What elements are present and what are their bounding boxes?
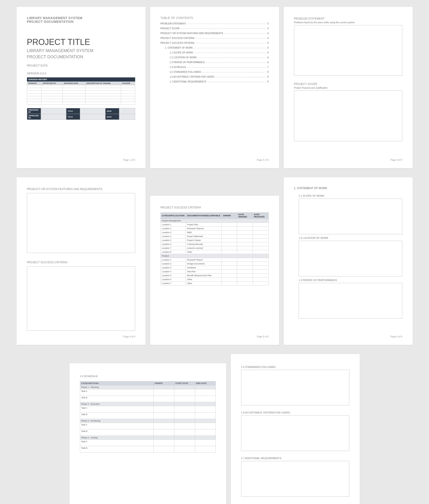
cell-empty — [195, 413, 215, 419]
date-value-2 — [119, 114, 135, 120]
project-date-label: PROJECT DATE: — [27, 64, 135, 67]
vh-col-version: VERSION — [27, 81, 41, 85]
cell-empty — [174, 402, 195, 406]
cell-empty — [153, 419, 174, 423]
phase-name: Phase 2 - Execution — [80, 402, 153, 406]
standards-heading: 1.5 STANDARDS FOLLOWED — [241, 366, 349, 368]
toc-page-number: 6 — [267, 61, 269, 63]
cell-empty — [222, 246, 237, 250]
cell-location: Location 4 — [161, 270, 186, 274]
cell-empty — [195, 440, 215, 446]
cell-empty — [195, 446, 215, 453]
toc-dots — [194, 53, 267, 53]
success-criteria-box — [27, 266, 135, 331]
doc-header-1: LIBRARY MANAGEMENT SYSTEM — [27, 16, 135, 20]
toc-label: 1.6 ACCEPTANCE CRITERIA FOR USERS — [170, 76, 214, 78]
toc-list: PROBLEM STATEMENT3PROJECT SCOPE3PRODUCT … — [161, 22, 269, 85]
task-name: Task B — [80, 413, 153, 419]
criteria-heading: PROJECT SUCCESS CRITERIA — [161, 206, 269, 209]
task-row: Task B — [80, 396, 215, 402]
table-row — [27, 99, 135, 102]
toc-dots — [215, 77, 267, 77]
table-row: Location 3Hardware — [161, 266, 268, 270]
date-label-2: DATE — [105, 114, 119, 120]
cell-empty — [153, 436, 174, 440]
cell-empty — [222, 250, 237, 254]
table-row: Location 8Other — [161, 250, 268, 254]
task-row: Task B — [80, 413, 215, 419]
cell-empty — [237, 223, 253, 227]
col-start: START DATE — [174, 381, 195, 385]
cell-empty — [222, 278, 237, 281]
cell-empty — [222, 274, 237, 278]
toc-item: 1.4 SCHEDULE7 — [161, 66, 269, 68]
approved-by-value — [41, 114, 66, 120]
toc-dots — [202, 72, 267, 72]
table-row: Location 1Project Plan — [161, 223, 268, 227]
schedule-heading: 1.4 SCHEDULE — [80, 375, 216, 378]
cell-empty — [153, 429, 174, 436]
date-label-1: DATE — [105, 108, 119, 114]
cell-empty — [222, 281, 237, 285]
criteria-table: CATEGORY/LOCATION DOCUMENTATION/DELIVERA… — [161, 212, 269, 285]
cell-empty — [153, 406, 174, 413]
task-row: Task A — [80, 423, 215, 429]
table-row — [27, 96, 135, 99]
cell-empty — [237, 242, 253, 246]
doc-header-2: PROJECT DOCUMENTATION — [27, 20, 135, 24]
toc-dots — [195, 43, 267, 43]
col-owner: OWNER — [153, 381, 174, 385]
cell-location: Location 7 — [161, 281, 186, 285]
table-row: Location 2Research Reports — [161, 227, 268, 231]
task-name: Task B — [80, 429, 153, 436]
table-group-row: Product — [161, 254, 268, 258]
cell-empty — [195, 429, 215, 436]
cell-location: Location 2 — [161, 227, 186, 231]
signoff-table: PREPARED BY TITLE DATE APPROVED BY TITLE… — [27, 108, 135, 120]
success-criteria-heading: PROJECT SUCCESS CRITERIA — [27, 261, 135, 264]
col-task: CATEGORY/TASK — [80, 381, 153, 385]
cell-empty — [253, 262, 268, 266]
cell-empty — [253, 270, 268, 274]
table-row: Location 7Other — [161, 281, 268, 285]
cell-deliverable: Research Report — [186, 258, 222, 262]
cell-empty — [222, 270, 237, 274]
cell-empty — [253, 250, 268, 254]
table-row: Location 4Scope Statement — [161, 234, 268, 238]
phase-name: Phase 1 - Planning — [80, 385, 153, 389]
cell-empty — [174, 389, 195, 396]
table-row: Location 3WBS — [161, 231, 268, 234]
cell-empty — [237, 227, 253, 231]
toc-dots — [224, 33, 267, 34]
cell-empty — [253, 238, 268, 242]
problem-statement-sub: Problems faced by the users while using … — [294, 21, 402, 24]
acceptance-heading: 1.6 ACCEPTANCE CRITERIA FOR USERS — [241, 411, 349, 414]
cell-empty — [237, 238, 253, 242]
cell-deliverable: Design Documents — [186, 262, 222, 266]
cell-empty — [174, 419, 195, 423]
project-title: PROJECT TITLE — [27, 37, 135, 47]
page-3: PROBLEM STATEMENT Problems faced by the … — [284, 7, 413, 168]
cell-empty — [174, 385, 195, 389]
cell-empty — [253, 246, 268, 250]
table-row: Location 5Project Charter — [161, 238, 268, 242]
cell-empty — [174, 429, 195, 436]
cell-empty — [153, 389, 174, 396]
cell-empty — [195, 406, 215, 413]
toc-page-number: 6 — [267, 51, 269, 54]
cell-deliverable: Hardware — [186, 266, 222, 270]
table-row: Location 6Other — [161, 278, 268, 281]
cell-empty — [222, 223, 237, 227]
page-6: 1. STATEMENT OF WORK 1.1 SCOPE OF WORK 1… — [284, 177, 413, 345]
page-footer: Page 6 of 8 — [294, 331, 402, 338]
toc-page-number: 5 — [267, 42, 269, 44]
cell-deliverable: Training Manuals — [186, 242, 222, 246]
task-name: Task A — [80, 406, 153, 413]
cell-empty — [174, 436, 195, 440]
col-owner: OWNER — [222, 213, 237, 219]
cell-empty — [237, 250, 253, 254]
phase-name: Phase 3 - Monitoring — [80, 419, 153, 423]
cell-location: Location 3 — [161, 231, 186, 234]
toc-dots — [194, 48, 267, 48]
toc-label: PROJECT SCOPE — [161, 27, 180, 30]
